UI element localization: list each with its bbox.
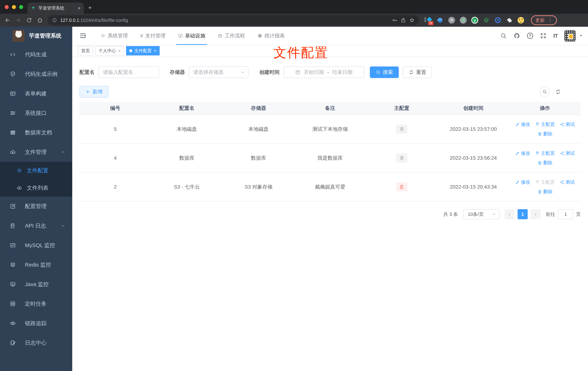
goto-page-input[interactable] <box>558 209 573 219</box>
sidebar-item-system-api[interactable]: 系统接口 <box>0 103 72 123</box>
grid-icon <box>10 129 16 136</box>
gear-icon <box>17 168 22 173</box>
page-size-select[interactable]: 10条/页 <box>463 209 500 219</box>
extensions-area: 11 ⌘ y 更新 ⋮ <box>425 15 557 25</box>
extensions-puzzle-icon[interactable] <box>506 17 513 24</box>
next-page-button[interactable]: › <box>531 209 541 219</box>
user-dropdown-caret-icon[interactable] <box>579 34 583 38</box>
nav-item-payment[interactable]: ¥ 支付管理 <box>134 27 172 45</box>
tags-view-bar: 首页 个人中心 × 文件配置 × <box>72 45 588 57</box>
sidebar-item-form-builder[interactable]: 表单构建 <box>0 84 72 103</box>
extension-y-icon[interactable]: y <box>471 17 478 24</box>
tag-file-config[interactable]: 文件配置 × <box>126 46 160 55</box>
sidebar-item-scheduled-tasks[interactable]: 定时任务 <box>0 294 72 314</box>
sidebar-item-api-log[interactable]: API 日志 <box>0 216 72 235</box>
site-info-icon[interactable] <box>52 18 57 23</box>
set-master-link[interactable]: 主配置 <box>535 150 555 156</box>
set-master-link[interactable]: 主配置 <box>535 121 555 127</box>
back-button[interactable] <box>4 17 10 23</box>
github-icon[interactable] <box>514 32 520 39</box>
refresh-table-button[interactable] <box>555 89 561 95</box>
edit-link[interactable]: 修改 <box>515 179 530 185</box>
edit-link[interactable]: 修改 <box>515 121 530 127</box>
sidebar-item-file-config[interactable]: 文件配置 <box>0 162 72 179</box>
filter-form: 配置名 存储器 请选择存储器 创建时间 <box>79 66 581 78</box>
pen-icon <box>515 180 520 185</box>
search-button[interactable]: 搜索 <box>370 66 399 78</box>
browser-tab[interactable]: 芋道管理系统 × <box>27 2 84 14</box>
help-icon[interactable]: ? <box>527 33 533 39</box>
nav-item-infrastructure[interactable]: 基础设施 <box>172 27 211 45</box>
doc-edit-icon <box>10 223 16 229</box>
sidebar-item-db-doc[interactable]: 数据库文档 <box>0 123 72 142</box>
sidebar-item-java-monitor[interactable]: Java 监控 <box>0 275 72 294</box>
tag-home[interactable]: 首页 <box>78 46 93 55</box>
home-button[interactable] <box>37 17 43 23</box>
sidebar-item-log-center[interactable]: 日志中心 <box>0 333 72 353</box>
test-link[interactable]: 测试 <box>560 150 575 156</box>
close-window-button[interactable] <box>5 5 9 9</box>
tag-close-icon[interactable]: × <box>154 48 156 53</box>
sidebar-item-redis-monitor[interactable]: Redis 监控 <box>0 255 72 275</box>
sidebar-item-code-example[interactable]: 代码生成示例 <box>0 64 72 84</box>
extension-eye-icon[interactable] <box>494 17 501 24</box>
chevron-down-icon <box>492 212 496 216</box>
minimize-window-button[interactable] <box>12 5 16 9</box>
nav-item-reports[interactable]: 统计报表 <box>251 27 291 45</box>
sidebar-item-code-generation[interactable]: 代码生成 <box>0 45 72 64</box>
cloud-upload-icon <box>17 185 22 191</box>
bookmark-star-icon[interactable] <box>409 18 415 23</box>
forward-button[interactable] <box>15 17 21 23</box>
nav-item-system[interactable]: 系统管理 <box>94 27 134 45</box>
search-icon[interactable] <box>500 32 507 39</box>
sidebar-item-file-management[interactable]: 文件管理 <box>0 142 72 162</box>
sidebar-collapse-icon[interactable] <box>79 32 86 39</box>
toggle-search-button[interactable] <box>540 87 550 97</box>
extension-kite-icon[interactable] <box>437 17 443 24</box>
browser-update-button[interactable]: 更新 ⋮ <box>531 15 557 25</box>
storage-select[interactable]: 请选择存储器 <box>189 66 249 78</box>
extension-emoji-icon[interactable] <box>518 17 524 23</box>
delete-link[interactable]: 删除 <box>537 160 553 166</box>
reload-button[interactable] <box>26 17 32 23</box>
extension-diamond-icon[interactable]: 11 <box>425 17 432 24</box>
config-name-field[interactable] <box>99 66 159 78</box>
date-range-picker[interactable]: 开始日期 - 结束日期 <box>284 66 364 78</box>
fullscreen-icon[interactable] <box>540 32 546 39</box>
sidebar-item-tracing[interactable]: 链路追踪 <box>0 314 72 333</box>
delete-link[interactable]: 删除 <box>537 189 553 195</box>
tag-profile[interactable]: 个人中心 × <box>95 46 124 55</box>
table-header-row: 编号 配置名 存储器 备注 主配置 创建时间 操作 <box>79 102 581 115</box>
extension-star-icon[interactable] <box>483 17 490 24</box>
extension-command-icon[interactable]: ⌘ <box>448 17 455 24</box>
address-bar[interactable]: 127.0.0.1:1024/infra/file/file-config <box>48 15 419 25</box>
font-size-icon[interactable]: tT <box>553 33 558 39</box>
test-link[interactable]: 测试 <box>560 179 575 185</box>
zoom-window-button[interactable] <box>19 5 23 9</box>
current-page[interactable]: 1 <box>518 209 528 219</box>
sidebar-item-config-management[interactable]: 配置管理 <box>0 197 72 216</box>
avatar[interactable] <box>565 30 576 41</box>
logo-rabbit-image <box>13 30 25 42</box>
add-button[interactable]: 新增 <box>79 86 108 97</box>
new-tab-button[interactable]: + <box>88 4 92 11</box>
extension-camera-icon[interactable] <box>460 17 467 24</box>
share-icon[interactable] <box>400 18 406 23</box>
delete-link[interactable]: 删除 <box>537 131 553 137</box>
favicon-plant-icon <box>31 6 36 11</box>
app-logo[interactable]: 芋道管理系统 <box>0 27 72 45</box>
tab-close-icon[interactable]: × <box>78 6 81 11</box>
sidebar-item-mysql-monitor[interactable]: MySQL 监控 <box>0 235 72 255</box>
reset-button[interactable]: 重置 <box>403 66 432 78</box>
prev-page-button[interactable]: ‹ <box>504 209 515 219</box>
sidebar-item-file-list[interactable]: 文件列表 <box>0 179 72 197</box>
test-link[interactable]: 测试 <box>560 121 575 127</box>
nav-item-workflow[interactable]: 工作流程 <box>211 27 251 45</box>
extension-badge: 11 <box>428 21 433 25</box>
edit-link[interactable]: 修改 <box>515 150 530 156</box>
tag-close-icon[interactable]: × <box>118 48 121 53</box>
config-name-input[interactable] <box>99 67 158 78</box>
refresh-icon <box>409 70 414 75</box>
master-badge: 是 <box>396 183 407 191</box>
password-key-icon[interactable] <box>392 18 397 23</box>
